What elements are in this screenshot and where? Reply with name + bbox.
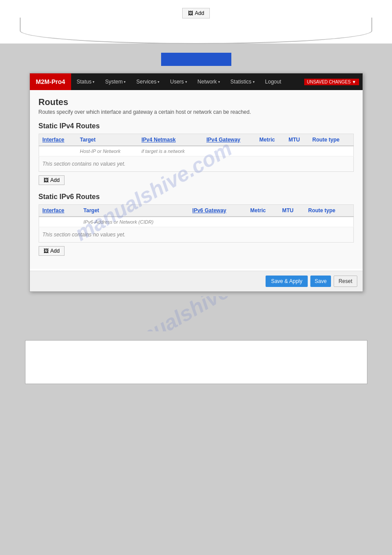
ipv4-add-button[interactable]: 🖼 Add [39,175,65,185]
ipv4-col-metric: Metric [256,134,285,146]
nav-label-system: System [105,79,122,85]
ipv4-hint-netmask: if target is a network [138,146,203,156]
ipv6-col-routetype: Route type [305,205,353,217]
ipv6-hint-mtu [279,217,305,227]
ipv4-add-icon: 🖼 [43,177,49,183]
ipv4-section-title: Static IPv4 Routes [39,122,354,130]
ipv6-col-mtu: MTU [279,205,305,217]
nav-item-network[interactable]: Network ▾ [192,73,225,90]
ipv6-add-icon: 🖼 [43,248,49,254]
ipv6-col-interface: Interface [39,205,80,217]
deco-top: 🖼 Add [0,0,392,44]
ipv4-hint-row: Host-IP or Network if target is a networ… [39,146,353,156]
ipv4-col-target: Target [76,134,138,146]
navbar-items: Status ▾ System ▾ Services ▾ Users ▾ Net… [71,73,304,90]
top-add-label: Add [195,10,204,16]
navbar-brand: M2M-Pro4 [30,73,72,90]
ipv4-col-netmask: IPv4 Netmask [138,134,203,146]
ipv4-col-interface: Interface [39,134,76,146]
ipv6-col-target: Target [80,205,189,217]
nav-arrow-status: ▾ [93,80,94,84]
bottom-box [25,340,367,384]
nav-item-users[interactable]: Users ▾ [165,73,192,90]
nav-arrow-statistics: ▾ [253,80,255,84]
ipv4-hint-interface [39,146,76,156]
save-apply-button[interactable]: Save & Apply [266,276,307,287]
blue-bar [161,53,231,66]
nav-item-services[interactable]: Services ▾ [131,73,165,90]
ipv4-col-mtu: MTU [285,134,309,146]
ipv4-hint-routetype [309,146,353,156]
ipv4-col-gateway: IPv4 Gateway [203,134,256,146]
deco-curve [20,18,373,44]
page-title: Routes [39,97,354,107]
nav-item-system[interactable]: System ▾ [100,73,131,90]
navbar: M2M-Pro4 Status ▾ System ▾ Services ▾ Us… [30,73,363,90]
unsaved-badge[interactable]: UNSAVED CHANGES ▼ [304,79,359,85]
ipv4-hint-gateway [203,146,256,156]
ipv4-empty-message: This section contains no values yet. [39,156,354,172]
ipv6-add-button[interactable]: 🖼 Add [39,246,65,256]
ipv4-hint-metric [256,146,285,156]
content-area: Routes Routes specify over which interfa… [30,90,363,269]
ipv6-hint-routetype [305,217,353,227]
ipv6-section-title: Static IPv6 Routes [39,193,354,201]
plus-icon: 🖼 [188,10,193,16]
ipv6-table: Interface Target IPv6 Gateway Metric MTU… [39,204,354,227]
nav-item-statistics[interactable]: Statistics ▾ [225,73,260,90]
save-button[interactable]: Save [310,276,331,287]
nav-label-status: Status [76,79,91,85]
ipv4-add-label: Add [50,177,60,183]
ipv6-col-gateway: IPv6 Gateway [189,205,247,217]
page-description: Routes specify over which interface and … [39,109,354,115]
nav-arrow-users: ▾ [185,80,187,84]
nav-item-logout[interactable]: Logout [260,73,287,90]
ipv4-table: Interface Target IPv4 Netmask IPv4 Gatew… [39,134,354,156]
ipv4-hint-target: Host-IP or Network [76,146,138,156]
nav-arrow-services: ▾ [158,80,159,84]
nav-label-services: Services [136,79,156,85]
ipv6-hint-gateway [189,217,247,227]
ipv4-hint-mtu [285,146,309,156]
ipv4-col-routetype: Route type [309,134,353,146]
watermark-lower: manualshive.com [111,296,281,331]
ipv6-hint-metric [247,217,279,227]
nav-item-status[interactable]: Status ▾ [71,73,100,90]
nav-arrow-network: ▾ [218,80,220,84]
ipv6-hint-target: IPv6-Address or Network (CIDR) [80,217,189,227]
nav-label-statistics: Statistics [230,79,252,85]
ipv6-empty-message: This section contains no values yet. [39,227,354,243]
ipv6-add-label: Add [50,248,60,254]
nav-label-network: Network [198,79,217,85]
router-ui: M2M-Pro4 Status ▾ System ▾ Services ▾ Us… [29,73,363,292]
ipv6-hint-interface [39,217,80,227]
footer-bar: Save & Apply Save Reset [30,271,363,291]
ipv6-hint-row: IPv6-Address or Network (CIDR) [39,217,353,227]
ipv6-col-metric: Metric [247,205,279,217]
nav-arrow-system: ▾ [124,80,126,84]
nav-label-users: Users [170,79,183,85]
reset-button[interactable]: Reset [334,276,357,287]
top-add-button[interactable]: 🖼 Add [182,8,210,18]
nav-label-logout: Logout [265,79,281,85]
